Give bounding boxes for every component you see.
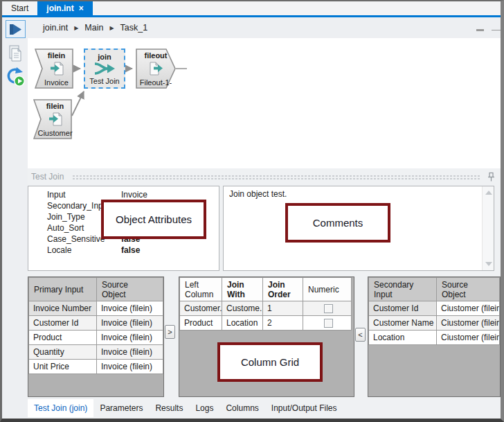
- grid-cell[interactable]: Quantity: [29, 345, 97, 360]
- callout-label: Comments: [313, 217, 363, 229]
- numeric-cell[interactable]: [303, 316, 352, 331]
- col-header-secondary-input[interactable]: Secondary Input: [369, 278, 437, 301]
- scroll-up-icon[interactable]: [485, 191, 492, 195]
- col-header-join-order[interactable]: Join Order: [263, 278, 303, 301]
- panel-header-grip: [72, 175, 480, 181]
- collapse-panel-dash-icon[interactable]: [476, 29, 484, 31]
- tab-join-int[interactable]: join.int×: [37, 1, 92, 15]
- header-row: Secondary Input Source Object: [369, 278, 500, 301]
- table-row[interactable]: Customer...Custome...1: [180, 301, 352, 316]
- tab-start-label: Start: [11, 3, 28, 13]
- fileout-icon: [147, 61, 164, 78]
- left-toolbar: [2, 17, 28, 419]
- grid-cell[interactable]: Customer Id: [29, 316, 97, 331]
- map-canvas[interactable]: filein Invoice join Test Join: [28, 38, 501, 168]
- new-document-button[interactable]: [8, 44, 24, 64]
- designer-window: Start join.int×: [0, 0, 504, 422]
- scroll-down-icon[interactable]: [485, 262, 492, 266]
- node-filein-invoice[interactable]: filein Invoice: [35, 49, 73, 89]
- breadcrumb: join.int▶Main▶Task_1: [43, 17, 147, 39]
- grid-cell[interactable]: Ciustomer (filein): [437, 331, 500, 345]
- grid-cell[interactable]: Ciustomer (filein): [437, 301, 500, 316]
- grid-cell[interactable]: Invoice (filein): [97, 301, 163, 316]
- properties-panel-header[interactable]: Test Join: [28, 171, 501, 182]
- grid-cell[interactable]: Invoice (filein): [97, 360, 163, 374]
- grid-cell[interactable]: Invoice (filein): [97, 331, 163, 345]
- table-row[interactable]: Customer IdCiustomer (filein): [369, 301, 500, 316]
- grid-cell[interactable]: Unit Price: [29, 360, 97, 374]
- attribute-row[interactable]: Localefalse: [28, 245, 219, 256]
- grid-cell[interactable]: Ciustomer (filein): [437, 316, 500, 331]
- breadcrumb-item[interactable]: Task_1: [120, 23, 148, 33]
- grid-cell[interactable]: Customer...: [180, 301, 222, 316]
- tab-logs[interactable]: Logs: [189, 399, 219, 417]
- col-header-left-column[interactable]: Left Column: [180, 278, 222, 301]
- tab-columns[interactable]: Columns: [219, 399, 264, 417]
- primary-grid-body: Invoice NumberInvoice (filein)Customer I…: [29, 301, 163, 374]
- grid-cell[interactable]: Customer Id: [369, 301, 437, 316]
- grid-cell[interactable]: Custome...: [222, 301, 263, 316]
- splitter-handle[interactable]: [492, 30, 501, 30]
- header-row: Primary Input Source Object: [29, 278, 163, 301]
- tab-parameters[interactable]: Parameters: [93, 399, 149, 417]
- close-icon[interactable]: ×: [79, 3, 84, 13]
- breadcrumb-item[interactable]: join.int: [43, 23, 68, 33]
- col-header-source-object[interactable]: Source Object: [97, 278, 163, 301]
- col-header-source-object[interactable]: Source Object: [437, 278, 500, 301]
- table-row[interactable]: ProductLocation2: [180, 316, 352, 331]
- attribute-value: Invoice: [121, 189, 219, 200]
- grid-cell[interactable]: 1: [263, 301, 303, 316]
- table-row[interactable]: ProductInvoice (filein): [29, 331, 163, 345]
- tab-test-join-join-[interactable]: Test Join (join): [28, 399, 93, 417]
- grid-cell[interactable]: Invoice (filein): [97, 345, 163, 360]
- comments-scrollbar[interactable]: [482, 186, 494, 270]
- col-header-numeric[interactable]: Numeric: [303, 278, 352, 301]
- node-filein-ciustomer[interactable]: filein Ciustomer: [33, 99, 72, 139]
- grid-cell[interactable]: 2: [263, 316, 303, 331]
- attribute-name: Locale: [47, 245, 121, 256]
- primary-input-grid[interactable]: Primary Input Source Object Invoice Numb…: [28, 276, 164, 397]
- numeric-checkbox[interactable]: [324, 304, 333, 313]
- grid-cell[interactable]: Customer Name: [369, 316, 437, 331]
- grid-cell[interactable]: Invoice (filein): [97, 316, 163, 331]
- col-header-join-with[interactable]: Join With: [222, 278, 263, 301]
- editor-tab-bar: Start join.int×: [2, 1, 501, 15]
- grid-cell[interactable]: Invoice Number: [29, 301, 97, 316]
- node-join-test-join[interactable]: join Test Join: [84, 49, 125, 89]
- callout-label: Column Grid: [241, 356, 299, 368]
- col-header-primary-input[interactable]: Primary Input: [29, 278, 97, 301]
- grid-cell[interactable]: Product: [180, 316, 222, 331]
- pin-icon[interactable]: [487, 172, 496, 182]
- secondary-input-grid[interactable]: Secondary Input Source Object Customer I…: [368, 276, 501, 397]
- filein-icon: [49, 61, 64, 78]
- tab-start[interactable]: Start: [2, 1, 37, 15]
- grid-cell[interactable]: Location: [369, 331, 437, 345]
- move-left-button[interactable]: <: [355, 328, 366, 342]
- node-fileout[interactable]: fileout Fileout-1-: [136, 49, 176, 89]
- attribute-row[interactable]: InputInvoice: [28, 189, 219, 200]
- table-row[interactable]: QuantityInvoice (filein): [29, 345, 163, 360]
- run-refresh-button[interactable]: [4, 66, 26, 87]
- table-row[interactable]: Unit PriceInvoice (filein): [29, 360, 163, 374]
- grid-cell[interactable]: Product: [29, 331, 97, 345]
- node-type-label: filein: [46, 102, 64, 110]
- join-grid-body: Customer...Custome...1ProductLocation2: [180, 301, 352, 331]
- tab-results[interactable]: Results: [149, 399, 189, 417]
- grid-cell[interactable]: Location: [222, 316, 263, 331]
- breadcrumb-item[interactable]: Main: [84, 23, 103, 33]
- breadcrumb-separator-icon: ▶: [74, 25, 78, 31]
- table-row[interactable]: Invoice NumberInvoice (filein): [29, 301, 163, 316]
- numeric-checkbox[interactable]: [324, 319, 333, 328]
- run-map-button[interactable]: [6, 20, 26, 38]
- numeric-cell[interactable]: [303, 301, 352, 316]
- callout-label: Object Attributes: [116, 213, 192, 225]
- node-type-label: filein: [48, 51, 66, 60]
- table-row[interactable]: LocationCiustomer (filein): [369, 331, 500, 345]
- table-row[interactable]: Customer IdInvoice (filein): [29, 316, 163, 331]
- table-row[interactable]: Customer NameCiustomer (filein): [369, 316, 500, 331]
- tab-input-output-files[interactable]: Input/Output Files: [265, 399, 343, 417]
- node-name-label: Invoice: [44, 78, 69, 87]
- run-map-icon: [8, 23, 23, 36]
- object-attributes-callout: Object Attributes: [101, 200, 206, 239]
- move-right-button[interactable]: >: [165, 325, 175, 339]
